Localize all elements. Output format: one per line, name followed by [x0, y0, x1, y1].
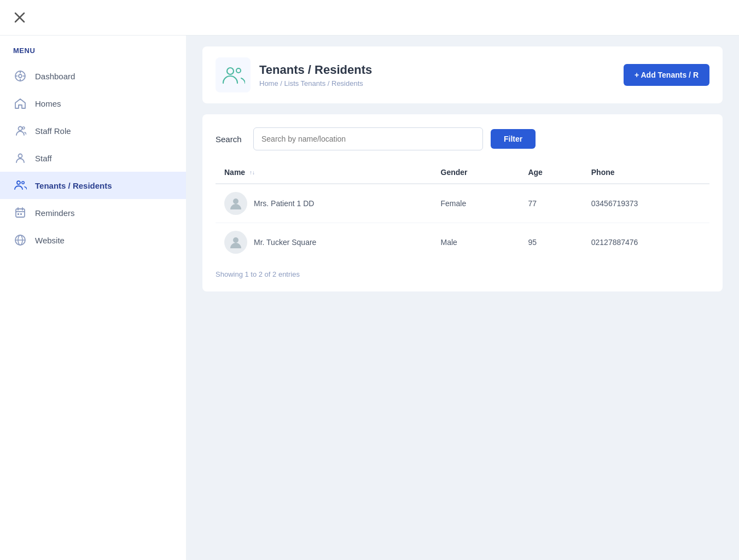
svg-point-3 [19, 74, 22, 78]
sidebar-item-label: Website [35, 236, 65, 245]
reminders-icon [13, 206, 27, 220]
avatar [224, 192, 247, 215]
sidebar-item-staff-role[interactable]: Staff Role [0, 117, 186, 144]
svg-point-12 [22, 182, 24, 184]
svg-rect-18 [20, 213, 22, 215]
data-table: Name ↑↓ Gender Age Phone [216, 161, 709, 261]
page-header: Tenants / Residents Home / Lists Tenants… [202, 46, 723, 103]
svg-rect-17 [18, 213, 19, 215]
page-header-left: Tenants / Residents Home / Lists Tenants… [216, 57, 372, 92]
top-bar [0, 0, 739, 36]
column-header-phone: Phone [583, 161, 709, 184]
website-icon [13, 233, 27, 247]
cell-gender: Female [432, 184, 520, 223]
sidebar-item-label: Staff Role [35, 126, 71, 136]
svg-rect-13 [16, 209, 25, 217]
svg-point-23 [236, 68, 241, 73]
sort-arrows-name: ↑↓ [249, 170, 255, 176]
column-header-age: Age [519, 161, 582, 184]
sidebar-item-label: Reminders [35, 208, 75, 218]
homes-icon [13, 96, 27, 110]
sidebar-item-label: Tenants / Residents [35, 181, 112, 190]
column-header-gender: Gender [432, 161, 520, 184]
avatar [224, 231, 247, 254]
menu-label: MENU [0, 46, 186, 62]
main-layout: MENU Dashboard Homes [0, 36, 739, 560]
page-title: Tenants / Residents [259, 63, 372, 77]
close-button[interactable] [11, 9, 28, 26]
cell-phone: 03456719373 [583, 184, 709, 223]
sidebar-item-label: Homes [35, 99, 61, 108]
svg-point-25 [233, 237, 238, 243]
tenants-icon [13, 178, 27, 192]
add-tenants-button[interactable]: + Add Tenants / R [624, 64, 709, 86]
sidebar-item-website[interactable]: Website [0, 226, 186, 254]
sidebar-item-label: Staff [35, 154, 52, 163]
table-row[interactable]: Mrs. Patient 1 DD Female 77 03456719373 [216, 184, 709, 223]
search-label: Search [216, 135, 246, 144]
staff-role-icon [13, 124, 27, 138]
breadcrumb: Home / Lists Tenants / Residents [259, 79, 372, 88]
sidebar-item-dashboard[interactable]: Dashboard [0, 62, 186, 90]
cell-name: Mrs. Patient 1 DD [216, 184, 432, 223]
svg-point-9 [22, 127, 25, 129]
filter-section: Search Filter Name ↑↓ Gender [202, 114, 723, 291]
dashboard-icon [13, 69, 27, 83]
search-input[interactable] [253, 127, 483, 150]
cell-phone: 02127887476 [583, 223, 709, 262]
content-area: Tenants / Residents Home / Lists Tenants… [186, 36, 739, 560]
column-header-name[interactable]: Name ↑↓ [216, 161, 432, 184]
page-title-block: Tenants / Residents Home / Lists Tenants… [259, 63, 372, 88]
filter-row: Search Filter [216, 127, 709, 150]
cell-age: 95 [519, 223, 582, 262]
sidebar-item-homes[interactable]: Homes [0, 90, 186, 117]
sidebar-item-reminders[interactable]: Reminders [0, 199, 186, 226]
svg-point-8 [19, 127, 22, 131]
svg-point-10 [19, 154, 22, 158]
svg-point-22 [227, 68, 234, 74]
cell-name: Mr. Tucker Square [216, 223, 432, 262]
sidebar-item-label: Dashboard [35, 72, 75, 81]
sidebar-item-tenants-residents[interactable]: Tenants / Residents [0, 172, 186, 199]
cell-gender: Male [432, 223, 520, 262]
staff-icon [13, 151, 27, 165]
cell-age: 77 [519, 184, 582, 223]
table-row[interactable]: Mr. Tucker Square Male 95 02127887476 [216, 223, 709, 262]
page-icon-box [216, 57, 251, 92]
sidebar: MENU Dashboard Homes [0, 36, 186, 560]
entries-info: Showing 1 to 2 of 2 entries [216, 270, 709, 278]
sidebar-item-staff[interactable]: Staff [0, 144, 186, 172]
svg-point-11 [17, 181, 20, 184]
svg-point-24 [233, 199, 238, 204]
filter-button[interactable]: Filter [491, 129, 536, 149]
